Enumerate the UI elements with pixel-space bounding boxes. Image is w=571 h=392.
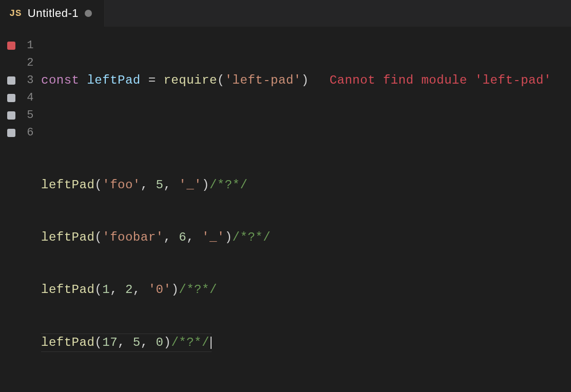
- inline-error: Cannot find module 'left-pad': [330, 73, 551, 87]
- code-line[interactable]: leftPad('foobar', 6, '_')/*?*/: [41, 229, 571, 246]
- gutter-not-run-icon: [7, 111, 15, 120]
- gutter-not-run-icon: [7, 94, 15, 102]
- editor-tab[interactable]: JS Untitled-1: [0, 0, 105, 27]
- text-cursor-icon: [211, 337, 212, 349]
- gutter-not-run-icon: [7, 76, 15, 85]
- code-line[interactable]: leftPad('foo', 5, '_')/*?*/: [41, 177, 571, 194]
- tab-bar: JS Untitled-1: [0, 0, 571, 27]
- gutter-not-run-icon: [7, 129, 15, 137]
- code-content[interactable]: const leftPad = require('left-pad')Canno…: [41, 37, 571, 386]
- js-file-icon: JS: [9, 8, 22, 19]
- quokka-gutter: [0, 37, 23, 386]
- tab-title: Untitled-1: [28, 7, 79, 20]
- gutter-blank: [7, 54, 15, 72]
- code-line[interactable]: leftPad(17, 5, 0)/*?*/: [41, 334, 571, 351]
- line-numbers: 1 2 3 4 5 6: [23, 37, 41, 386]
- line-number: 1: [23, 37, 34, 54]
- code-line[interactable]: [41, 124, 571, 142]
- code-line[interactable]: leftPad(1, 2, '0')/*?*/: [41, 281, 571, 299]
- line-number: 6: [23, 124, 34, 142]
- line-number: 3: [23, 72, 34, 89]
- code-editor[interactable]: 1 2 3 4 5 6 const leftPad = require('lef…: [0, 27, 571, 392]
- line-number: 5: [23, 107, 34, 124]
- code-line[interactable]: const leftPad = require('left-pad')Canno…: [41, 72, 571, 89]
- gutter-error-icon: [7, 42, 15, 50]
- line-number: 2: [23, 54, 34, 72]
- line-number: 4: [23, 89, 34, 107]
- unsaved-dot-icon: [85, 10, 92, 17]
